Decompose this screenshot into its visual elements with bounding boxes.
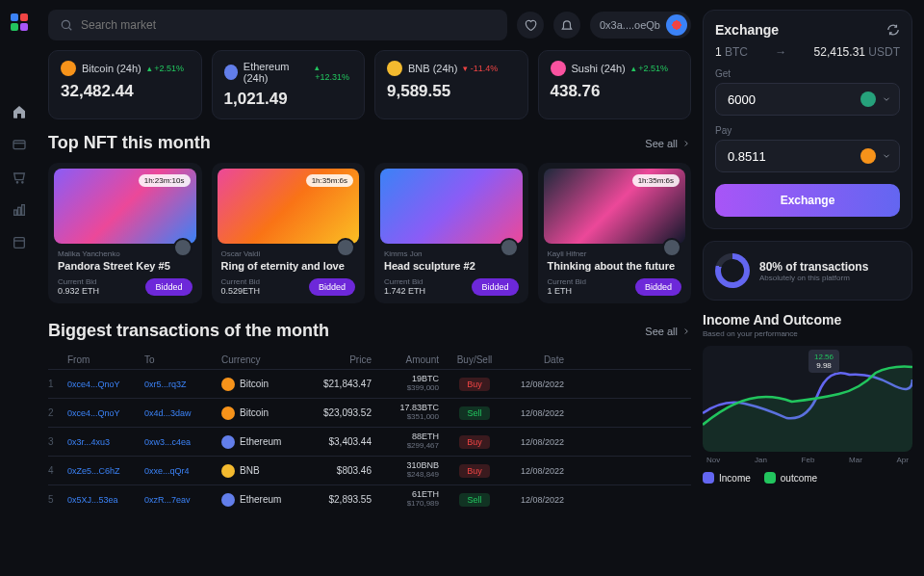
svg-point-1 [16,182,17,183]
ticker-card[interactable]: BNB (24h) ▾ -11.4% 9,589.55 [374,50,528,119]
bnb-icon [387,61,402,76]
sushi-icon [551,61,566,76]
bid-value: 1.742 ETH [384,286,425,296]
ticker-name: BNB (24h) [408,63,457,74]
search-input[interactable] [48,10,507,40]
wallet-address: 0x3a....oeQb [600,19,660,31]
buy-sell-badge: Sell [459,406,489,420]
heart-icon [524,18,537,32]
tx-see-all[interactable]: See all [645,326,691,337]
nft-image: 1h:23m:10s [54,169,196,244]
to-address[interactable]: 0xw3...c4ea [144,437,221,447]
from-address[interactable]: 0xce4...QnoY [67,380,144,389]
amount: 61ETH$170,989 [379,490,447,509]
currency: Ethereum [221,435,308,449]
to-address[interactable]: 0x4d...3daw [144,408,221,418]
table-row[interactable]: 1 0xce4...QnoY 0xr5...rq3Z Bitcoin $21,8… [48,369,691,398]
axis-label: Nov [706,456,720,464]
from-address[interactable]: 0x3r...4xu3 [67,437,144,447]
to-address[interactable]: 0xxe...qQr4 [144,466,221,476]
chevron-right-icon [681,327,691,336]
ticker-name: Ethereum (24h) [244,61,309,84]
eth-icon [221,493,235,507]
nav-chart-icon[interactable] [12,202,27,218]
exchange-panel: Exchange 1 BTC → 52,415.31 USDT Get 6000… [703,10,912,229]
from-address[interactable]: 0xce4...QnoY [67,408,144,418]
author-avatar [662,238,681,257]
to-address[interactable]: 0xzR...7eav [144,495,221,505]
nav-wallet-icon[interactable] [12,137,27,152]
to-address[interactable]: 0xr5...rq3Z [144,380,221,389]
row-index: 1 [48,379,67,389]
table-row[interactable]: 3 0x3r...4xu3 0xw3...c4ea Ethereum $3,40… [48,427,691,456]
nft-card[interactable]: 1h:35m:6s Kayli Hifner Thinking about th… [538,163,692,303]
table-row[interactable]: 2 0xce4...QnoY 0x4d...3daw Bitcoin $23,0… [48,398,691,427]
nft-see-all[interactable]: See all [645,138,691,149]
chart-tooltip: 12.56 9.98 [808,350,839,373]
buy-sell-badge: Sell [459,493,489,507]
bnb-icon [221,464,235,478]
axis-label: Apr [897,456,909,464]
currency: Bitcoin [221,406,308,420]
currency: BNB [221,464,308,478]
ticker-card[interactable]: Ethereum (24h) ▴ +12.31% 1,021.49 [212,50,366,119]
avatar [666,14,687,36]
nft-card[interactable]: Kimms Jon Head sculpture #2 Current Bid … [374,163,528,303]
bidded-button[interactable]: Bidded [635,278,681,296]
price: $803.46 [308,465,379,476]
bidded-button[interactable]: Bidded [472,278,518,296]
price: $3,403.44 [308,436,379,447]
currency: Bitcoin [221,378,308,391]
logo[interactable] [11,13,28,31]
table-row[interactable]: 5 0x5XJ...53ea 0xzR...7eav Ethereum $2,8… [48,484,691,513]
table-row[interactable]: 4 0xZe5...C6hZ 0xxe...qQr4 BNB $803.46 3… [48,456,691,484]
bid-label: Current Bid [58,277,99,286]
nft-card[interactable]: 1h:35m:6s Oscar Valdi Ring of eternity a… [212,163,366,303]
stat-sub: Absolutely on this platform [759,274,868,282]
chevron-down-icon[interactable] [882,151,891,161]
io-title: Income And Outcome [703,312,912,327]
ticker-card[interactable]: Sushi (24h) ▴ +2.51% 438.76 [538,50,692,119]
author-avatar [336,238,355,257]
nft-timer: 1h:23m:10s [139,174,191,187]
nft-card[interactable]: 1h:23m:10s Malika Yanchenko Pandora Stre… [48,163,202,303]
from-address[interactable]: 0xZe5...C6hZ [67,466,144,476]
ticker-change: ▾ -11.4% [463,64,498,73]
chart-x-axis: NovJanFebMarApr [703,456,912,464]
wallet-chip[interactable]: 0x3a....oeQb [590,12,691,39]
date: 12/08/2022 [502,495,564,505]
chevron-down-icon[interactable] [882,94,891,104]
ticker-change: ▴ +2.51% [631,64,668,73]
search-field[interactable] [81,18,496,32]
buy-sell-badge: Buy [459,464,490,478]
ticker-card[interactable]: Bitcoin (24h) ▴ +2.51% 32,482.44 [48,50,202,119]
nft-title: Thinking about the future [544,260,686,272]
refresh-icon[interactable] [886,23,900,37]
bid-label: Current Bid [384,277,425,286]
get-input[interactable]: 6000 [715,83,900,116]
bidded-button[interactable]: Bidded [145,278,192,296]
svg-rect-4 [18,207,21,215]
svg-rect-0 [13,141,25,149]
nav-settings-icon[interactable] [12,235,27,250]
svg-point-7 [62,20,69,28]
bidded-button[interactable]: Bidded [309,278,355,296]
favorites-button[interactable] [517,12,544,39]
notifications-button[interactable] [553,12,580,39]
btc-icon [221,378,235,391]
stats-panel: 80% of transactions Absolutely on this p… [703,241,912,301]
nft-timer: 1h:35m:6s [306,174,353,187]
income-swatch [703,472,714,484]
nft-title: Ring of eternity and love [218,260,360,272]
nav-cart-icon[interactable] [12,170,27,185]
date: 12/08/2022 [502,437,564,447]
exchange-button[interactable]: Exchange [715,184,900,217]
buy-sell-badge: Buy [459,435,490,449]
price: $2,893.55 [308,494,379,505]
income-outcome-panel: Income And Outcome Based on your perform… [703,312,912,484]
pay-input[interactable]: 0.8511 [715,140,900,172]
nft-image [380,169,523,244]
from-address[interactable]: 0x5XJ...53ea [67,495,144,505]
nav-home-icon[interactable] [12,104,27,119]
author-avatar [500,238,519,257]
